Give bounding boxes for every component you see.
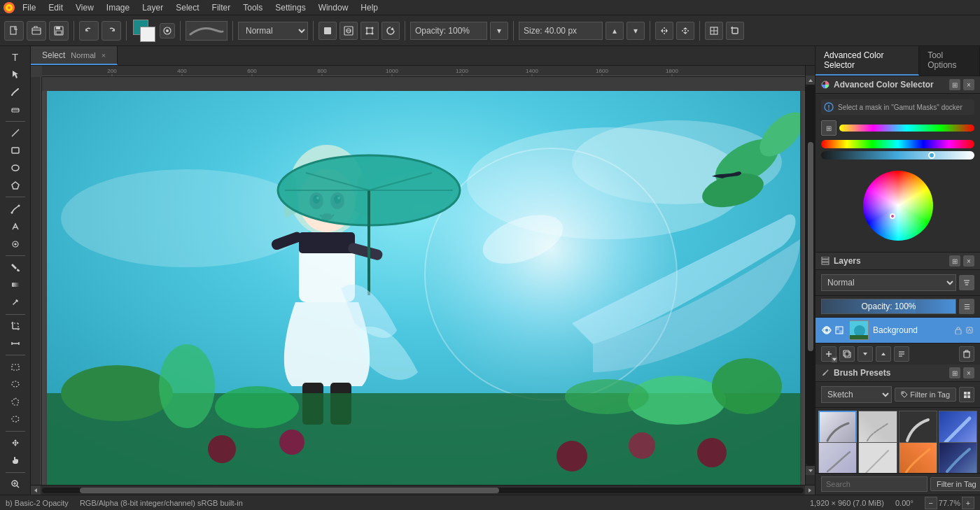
- tool-freehand[interactable]: [4, 84, 27, 100]
- delete-layer-btn[interactable]: [959, 346, 974, 362]
- layers-close-btn[interactable]: ×: [963, 255, 974, 267]
- open-button[interactable]: [27, 21, 46, 41]
- tool-pointer[interactable]: [4, 66, 27, 83]
- tool-calligraphy[interactable]: [4, 218, 27, 234]
- new-button[interactable]: [4, 21, 24, 41]
- brush-item-6[interactable]: [858, 442, 897, 474]
- menu-edit[interactable]: Edit: [43, 1, 69, 14]
- add-layer-btn[interactable]: [821, 346, 836, 362]
- reset-btn[interactable]: [382, 22, 400, 40]
- tab-tool-options[interactable]: Tool Options: [919, 46, 980, 76]
- menu-view[interactable]: View: [70, 1, 99, 14]
- menu-help[interactable]: Help: [355, 1, 384, 14]
- hue-slider[interactable]: [821, 140, 974, 148]
- undo-button[interactable]: [79, 21, 99, 41]
- hscroll-track[interactable]: [42, 488, 804, 493]
- color-selector-close-btn[interactable]: ×: [963, 79, 974, 90]
- brush-item-5[interactable]: [818, 442, 857, 474]
- layers-opacity-bar[interactable]: Opacity: 100%: [821, 299, 956, 314]
- opacity-down-btn[interactable]: ▾: [490, 22, 508, 40]
- fill-solid-btn[interactable]: [318, 22, 337, 40]
- tool-rect[interactable]: [4, 143, 27, 159]
- layers-filter-btn[interactable]: [959, 275, 974, 290]
- tool-smart-patch[interactable]: [4, 236, 27, 252]
- tool-line[interactable]: [4, 125, 27, 141]
- mirror-h-btn[interactable]: [655, 22, 673, 40]
- tool-polygon[interactable]: [4, 177, 27, 193]
- size-up-btn[interactable]: ▴: [606, 22, 624, 40]
- color-wheel[interactable]: [863, 171, 933, 241]
- layers-opacity-menu-btn[interactable]: ☰: [959, 299, 974, 314]
- hscroll-left-btn[interactable]: [31, 486, 41, 495]
- lightness-thumb[interactable]: [928, 152, 935, 159]
- layer-inherit-alpha-btn[interactable]: [965, 325, 974, 335]
- menu-layer[interactable]: Layer: [136, 1, 169, 14]
- tool-selection-rect[interactable]: [4, 359, 27, 375]
- menu-tools[interactable]: Tools: [237, 1, 268, 14]
- add-layer-dropdown[interactable]: [832, 357, 837, 362]
- tool-crop[interactable]: [4, 318, 27, 334]
- brush-item-8[interactable]: [939, 442, 977, 474]
- horizontal-scrollbar[interactable]: [31, 485, 815, 495]
- filter-in-tag-btn[interactable]: Filter in Tag: [930, 477, 980, 491]
- hscroll-right-btn[interactable]: [805, 486, 815, 495]
- brush-search-input[interactable]: [821, 476, 927, 492]
- canvas-tab-close[interactable]: ×: [102, 51, 106, 59]
- move-layer-down-btn[interactable]: [858, 346, 873, 362]
- layers-blend-select[interactable]: Normal: [821, 274, 956, 291]
- tool-selection-polygon[interactable]: [4, 394, 27, 410]
- tool-eraser[interactable]: [4, 101, 27, 118]
- brush-tag-btn[interactable]: Filter in Tag: [895, 388, 956, 402]
- color-grid-btn[interactable]: ⊞: [821, 120, 836, 136]
- vscroll-down-btn[interactable]: [806, 465, 816, 475]
- layer-lock-alpha-btn[interactable]: [953, 325, 963, 335]
- vscroll-thumb[interactable]: [808, 142, 813, 351]
- save-button[interactable]: [49, 21, 69, 41]
- color-wheel-cursor[interactable]: [890, 213, 895, 219]
- blend-mode-select[interactable]: Normal: [238, 22, 308, 40]
- tab-advanced-color-selector[interactable]: Advanced Color Selector: [816, 46, 919, 76]
- vertical-scrollbar[interactable]: [805, 66, 815, 485]
- tool-path[interactable]: [4, 201, 27, 217]
- tool-zoom[interactable]: [4, 476, 27, 492]
- vscroll-up-btn[interactable]: [806, 76, 816, 85]
- size-down-btn[interactable]: ▾: [626, 22, 645, 40]
- menu-window[interactable]: Window: [313, 1, 354, 14]
- redo-button[interactable]: [102, 21, 121, 41]
- color-range-slider[interactable]: [839, 125, 974, 132]
- menu-filter[interactable]: Filter: [206, 1, 237, 14]
- canvas-crop-btn[interactable]: [726, 22, 744, 40]
- wrap-btn[interactable]: [705, 22, 723, 40]
- layer-item-background[interactable]: Background: [816, 318, 980, 343]
- vscroll-track[interactable]: [806, 85, 816, 465]
- tool-hand[interactable]: [4, 453, 27, 469]
- zoom-out-btn[interactable]: −: [925, 497, 937, 509]
- background-color[interactable]: [140, 27, 155, 42]
- brush-item-7[interactable]: [899, 442, 937, 474]
- layer-properties-btn[interactable]: [894, 346, 909, 362]
- size-input[interactable]: [519, 22, 603, 40]
- menu-select[interactable]: Select: [170, 1, 204, 14]
- menu-image[interactable]: Image: [101, 1, 135, 14]
- artwork-canvas[interactable]: Tyson Tan ...: [47, 91, 800, 485]
- color-picker-btn[interactable]: [160, 23, 175, 38]
- tool-fill[interactable]: [4, 260, 27, 276]
- brush-category-select[interactable]: Sketch: [821, 386, 892, 403]
- move-layer-up-btn[interactable]: [876, 346, 891, 362]
- brush-view-btn[interactable]: [959, 387, 974, 402]
- tool-measure[interactable]: [4, 335, 27, 351]
- fill-pattern-btn[interactable]: [340, 22, 358, 40]
- hscroll-thumb[interactable]: [80, 488, 498, 493]
- duplicate-layer-btn[interactable]: [839, 346, 855, 362]
- layer-visibility-btn[interactable]: [821, 325, 832, 336]
- layers-float-btn[interactable]: ⊞: [949, 255, 960, 267]
- brush-presets-close-btn[interactable]: ×: [963, 367, 974, 378]
- tool-eyedropper[interactable]: [4, 295, 27, 311]
- tool-ellipse[interactable]: [4, 160, 27, 176]
- menu-settings[interactable]: Settings: [270, 1, 311, 14]
- canvas-content[interactable]: Tyson Tan ...: [42, 91, 805, 485]
- canvas-tab-active[interactable]: Select Normal ×: [31, 46, 118, 65]
- brush-presets-float-btn[interactable]: ⊞: [949, 367, 960, 378]
- tool-text[interactable]: T: [4, 49, 27, 65]
- opacity-input[interactable]: [410, 22, 487, 40]
